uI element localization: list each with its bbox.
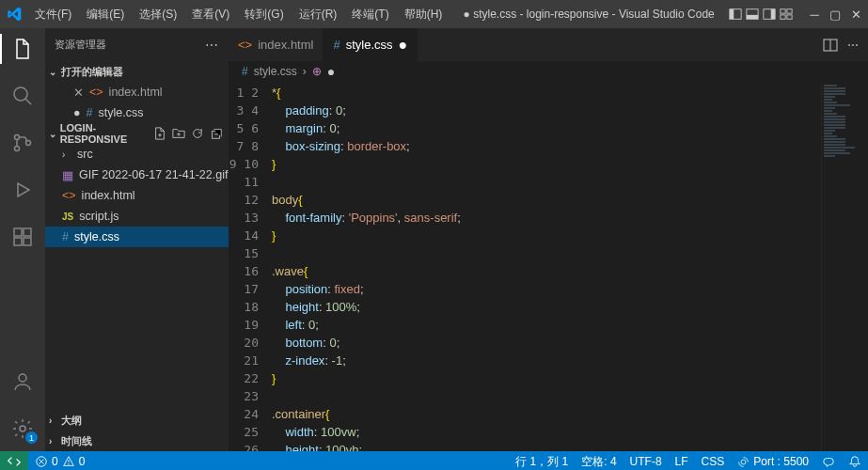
svg-point-20 (20, 426, 25, 431)
eol[interactable]: LF (669, 451, 695, 470)
menu-item[interactable]: 文件(F) (28, 3, 78, 26)
accounts-icon[interactable] (9, 368, 36, 395)
timeline-section[interactable]: ›时间线 (45, 431, 229, 451)
explorer-icon[interactable] (9, 36, 36, 62)
svg-rect-16 (14, 238, 22, 245)
svg-rect-1 (730, 9, 734, 20)
status-bar: 0 0 行 1，列 1 空格: 4 UTF-8 LF CSS Port : 55… (0, 451, 868, 470)
editor-tabs: <>index.html#style.css● ⋯ (229, 28, 868, 61)
maximize-button[interactable]: ▢ (829, 8, 842, 22)
css-file-icon: # (62, 230, 69, 243)
menu-item[interactable]: 选择(S) (133, 3, 183, 26)
feedback-icon[interactable] (815, 451, 842, 470)
file-name: GIF 2022-06-17 21-41-22.gif (79, 168, 228, 181)
run-debug-icon[interactable] (9, 177, 36, 203)
language-mode[interactable]: CSS (695, 451, 732, 470)
svg-point-12 (15, 135, 20, 140)
notifications-icon[interactable] (842, 451, 868, 470)
settings-gear-icon[interactable]: 1 (9, 415, 36, 442)
project-section[interactable]: ⌄ LOGIN-RESPONSIVE (45, 123, 229, 144)
search-icon[interactable] (9, 83, 36, 109)
menu-item[interactable]: 查看(V) (185, 3, 236, 26)
titlebar-right: ─ ▢ ✕ (729, 8, 868, 22)
tab-label: style.css (346, 38, 393, 52)
menu-item[interactable]: 运行(R) (292, 3, 344, 26)
chevron-down-icon: ⌄ (49, 129, 57, 139)
new-file-icon[interactable] (153, 127, 166, 140)
file-name: style.css (99, 106, 144, 119)
minimap[interactable] (821, 82, 868, 451)
refresh-icon[interactable] (191, 127, 204, 140)
tree-item[interactable]: ▦GIF 2022-06-17 21-41-22.gif (45, 164, 229, 185)
tree-item[interactable]: <>index.html (45, 185, 229, 206)
html-file-icon: <> (62, 189, 76, 202)
svg-point-13 (15, 147, 20, 151)
css-file-icon: # (242, 65, 248, 78)
svg-rect-3 (747, 15, 758, 19)
layout-panel-icon[interactable] (746, 8, 759, 21)
minimize-button[interactable]: ─ (808, 8, 821, 22)
new-folder-icon[interactable] (172, 127, 185, 140)
sidebar-title: 资源管理器 (55, 38, 106, 52)
editor-tab[interactable]: <>index.html (229, 28, 324, 61)
tab-label: index.html (258, 38, 313, 52)
tree-item[interactable]: ›src (45, 144, 229, 164)
open-editors-section[interactable]: ⌄ 打开的编辑器 (45, 61, 229, 82)
cursor-position[interactable]: 行 1，列 1 (509, 451, 575, 470)
svg-point-29 (741, 460, 746, 464)
menu-item[interactable]: 编辑(E) (80, 3, 131, 26)
open-editor-item[interactable]: ●#style.css (45, 102, 229, 123)
collapse-all-icon[interactable] (210, 127, 223, 140)
indentation[interactable]: 空格: 4 (575, 451, 623, 470)
open-editor-item[interactable]: ✕<>index.html (45, 82, 229, 102)
image-file-icon: ▦ (62, 168, 73, 182)
layout-custom-icon[interactable] (780, 8, 793, 21)
problems-button[interactable]: 0 0 (28, 451, 91, 470)
live-server-port[interactable]: Port : 5500 (731, 451, 815, 470)
layout-sidebar-right-icon[interactable] (763, 8, 776, 21)
dirty-indicator: ● (399, 38, 408, 53)
menu-item[interactable]: 帮助(H) (398, 3, 450, 26)
breadcrumbs[interactable]: # style.css › ⊕ ● (229, 61, 868, 82)
more-actions-icon[interactable]: ⋯ (847, 39, 859, 52)
tree-item[interactable]: #style.css (45, 227, 229, 247)
html-file-icon: <> (238, 38, 252, 52)
svg-rect-18 (24, 228, 31, 236)
file-name: src (77, 148, 93, 161)
svg-rect-15 (14, 228, 22, 236)
svg-point-28 (68, 463, 69, 464)
chevron-right-icon: › (49, 415, 58, 426)
svg-line-11 (25, 99, 31, 104)
vscode-logo-icon (0, 7, 28, 22)
svg-rect-17 (24, 238, 31, 245)
close-icon[interactable]: ✕ (73, 86, 84, 100)
remote-indicator[interactable] (0, 451, 28, 470)
editor-tab[interactable]: #style.css● (324, 28, 418, 61)
titlebar: 文件(F)编辑(E)选择(S)查看(V)转到(G)运行(R)终端(T)帮助(H)… (0, 0, 868, 28)
tree-item[interactable]: JSscript.js (45, 206, 229, 227)
menu-bar: 文件(F)编辑(E)选择(S)查看(V)转到(G)运行(R)终端(T)帮助(H) (28, 3, 449, 26)
close-button[interactable]: ✕ (849, 8, 862, 22)
extensions-icon[interactable] (9, 224, 36, 250)
sidebar: 资源管理器 ⋯ ⌄ 打开的编辑器 ✕<>index.html●#style.cs… (45, 28, 229, 451)
css-file-icon: # (333, 38, 339, 52)
more-actions-icon[interactable]: ⋯ (205, 38, 219, 53)
svg-point-14 (26, 141, 31, 146)
split-editor-icon[interactable] (823, 38, 838, 53)
file-name: style.css (74, 230, 119, 243)
outline-section[interactable]: ›大纲 (45, 410, 229, 431)
dirty-indicator: ● (327, 64, 335, 79)
source-control-icon[interactable] (9, 130, 36, 156)
menu-item[interactable]: 转到(G) (238, 3, 290, 26)
svg-rect-8 (781, 15, 785, 19)
svg-rect-6 (781, 9, 785, 13)
symbol-icon: ⊕ (312, 65, 322, 78)
svg-rect-7 (787, 9, 792, 13)
chevron-down-icon: ⌄ (49, 67, 58, 77)
menu-item[interactable]: 终端(T) (345, 3, 395, 26)
window-title: ● style.css - login-responsive - Visual … (449, 8, 729, 21)
activity-bar: 1 (0, 28, 45, 451)
encoding[interactable]: UTF-8 (623, 451, 669, 470)
code-editor[interactable]: 1 2 3 4 5 6 7 8 9 10 11 12 13 14 15 16 1… (229, 82, 868, 451)
layout-sidebar-left-icon[interactable] (729, 8, 742, 21)
